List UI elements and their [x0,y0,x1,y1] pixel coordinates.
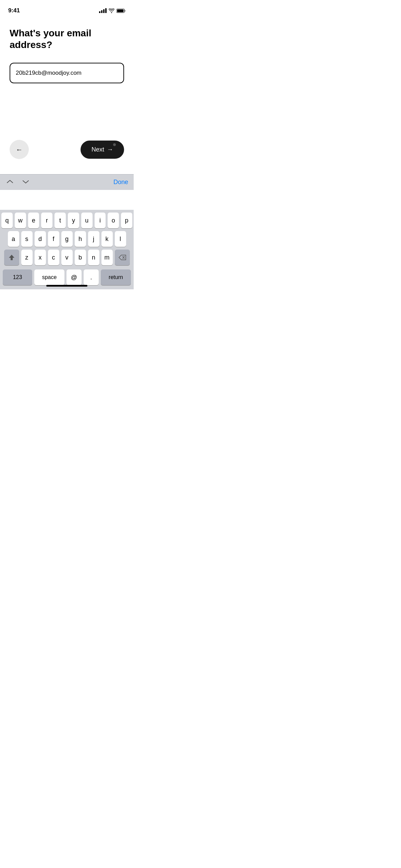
key-p[interactable]: p [121,213,132,228]
key-s[interactable]: s [21,231,33,247]
key-j[interactable]: j [88,231,99,247]
key-u[interactable]: u [81,213,93,228]
home-indicator [46,285,87,287]
key-space[interactable]: space [34,269,64,285]
key-b[interactable]: b [75,250,86,265]
status-bar: 9:41 [0,0,134,16]
key-h[interactable]: h [75,231,86,247]
key-t[interactable]: t [54,213,66,228]
key-e[interactable]: e [28,213,39,228]
keyboard-row-2: a s d f g h j k l [1,231,132,247]
key-at[interactable]: @ [66,269,82,285]
key-l[interactable]: l [115,231,126,247]
next-button[interactable]: Next → [81,141,124,159]
key-a[interactable]: a [8,231,19,247]
key-return[interactable]: return [101,269,131,285]
navigation-buttons: ← Next → [0,140,134,159]
key-y[interactable]: y [68,213,79,228]
back-button[interactable]: ← [10,140,29,159]
key-r[interactable]: r [41,213,52,228]
key-c[interactable]: c [48,250,59,265]
toolbar-up-button[interactable] [5,178,14,186]
next-label: Next [92,146,104,153]
battery-icon [117,9,125,13]
toolbar-down-button[interactable] [21,178,30,186]
key-z[interactable]: z [21,250,33,265]
main-content: What's your email address? [0,16,134,83]
keyboard-done-button[interactable]: Done [113,179,128,186]
key-g[interactable]: g [61,231,73,247]
keyboard-area: Done q w e r t y u i o p a s d f g h j k… [0,264,134,289]
key-k[interactable]: k [101,231,113,247]
key-v[interactable]: v [61,250,73,265]
key-f[interactable]: f [48,231,59,247]
key-d[interactable]: d [35,231,46,247]
key-q[interactable]: q [1,213,13,228]
keyboard: q w e r t y u i o p a s d f g h j k l [0,210,134,289]
keyboard-row-1: q w e r t y u i o p [1,213,132,228]
key-numbers[interactable]: 123 [3,269,32,285]
back-arrow-icon: ← [16,146,23,154]
key-delete[interactable] [115,250,130,265]
key-n[interactable]: n [88,250,99,265]
status-time: 9:41 [8,7,20,14]
key-dot[interactable]: . [84,269,99,285]
keyboard-row-3: z x c v b n m [1,250,132,265]
key-i[interactable]: i [95,213,106,228]
key-x[interactable]: x [35,250,46,265]
email-input[interactable] [10,63,124,83]
wifi-icon [109,9,114,13]
key-o[interactable]: o [108,213,119,228]
svg-rect-1 [125,10,126,12]
key-shift[interactable] [4,250,19,265]
svg-rect-2 [117,9,124,12]
signal-icon [99,8,107,13]
keyboard-toolbar: Done [0,174,134,190]
key-m[interactable]: m [101,250,113,265]
next-arrow-icon: → [107,146,113,153]
status-icons [99,8,125,13]
toolbar-nav [5,178,30,186]
page-title: What's your email address? [10,27,124,50]
key-w[interactable]: w [15,213,26,228]
